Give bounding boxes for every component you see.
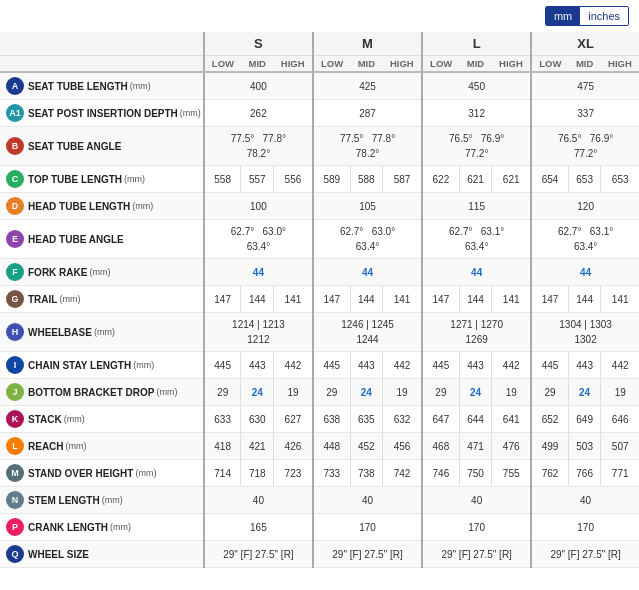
row-label-cell: HWHEELBASE(mm) (0, 313, 204, 352)
size-header-row: S M L XL (0, 32, 639, 56)
value-cell-high: 556 (273, 166, 313, 193)
value-cell-low: 445 (531, 352, 568, 379)
row-icon: L (6, 437, 24, 455)
row-unit: (mm) (133, 360, 154, 370)
value-cell-mid: 588 (350, 166, 382, 193)
row-label-text: WHEELBASE (28, 327, 92, 338)
row-icon: N (6, 491, 24, 509)
value-cell-multi: 1246 | 12451244 (313, 313, 422, 352)
value-cell-high: 19 (601, 379, 639, 406)
value-cell: 170 (531, 514, 639, 541)
value-cell-high: 627 (273, 406, 313, 433)
sub-header-row: LOW MID HIGH LOW MID HIGH LOW MID HIGH L… (0, 56, 639, 73)
value-cell-mid: 503 (568, 433, 600, 460)
value-cell-low: 589 (313, 166, 350, 193)
m-mid-header: MID (350, 56, 382, 73)
value-cell: 40 (313, 487, 422, 514)
value-cell-low: 468 (422, 433, 459, 460)
table-row: ICHAIN STAY LENGTH(mm)445443442445443442… (0, 352, 639, 379)
row-label-text: REACH (28, 441, 64, 452)
value-cell-mid: 24 (241, 379, 273, 406)
value-cell: 337 (531, 100, 639, 127)
value-cell-multi: 76.5° 76.9°77.2° (531, 127, 639, 166)
row-icon: M (6, 464, 24, 482)
value-cell-mid: 144 (350, 286, 382, 313)
row-label-text: SEAT TUBE LENGTH (28, 81, 128, 92)
size-xl-header: XL (531, 32, 639, 56)
inches-button[interactable]: inches (580, 7, 628, 25)
value-cell: 170 (313, 514, 422, 541)
row-icon: J (6, 383, 24, 401)
row-icon: D (6, 197, 24, 215)
value-cell-low: 762 (531, 460, 568, 487)
l-high-header: HIGH (492, 56, 532, 73)
value-cell: 29" [F] 27.5" [R] (531, 541, 639, 568)
value-cell-low: 652 (531, 406, 568, 433)
table-row: LREACH(mm)418421426448452456468471476499… (0, 433, 639, 460)
value-cell-high: 19 (492, 379, 532, 406)
row-label-text: TRAIL (28, 294, 57, 305)
empty-header (0, 32, 204, 56)
unit-toggle[interactable]: mm inches (545, 6, 629, 26)
table-row: CTOP TUBE LENGTH(mm)55855755658958858762… (0, 166, 639, 193)
value-cell-low: 29 (313, 379, 350, 406)
value-cell-high: 442 (383, 352, 423, 379)
value-cell-mid: 653 (568, 166, 600, 193)
row-unit: (mm) (59, 294, 80, 304)
value-cell-low: 445 (422, 352, 459, 379)
size-l-header: L (422, 32, 531, 56)
value-cell-high: 442 (273, 352, 313, 379)
value-cell-low: 445 (204, 352, 241, 379)
value-cell: 44 (204, 259, 313, 286)
value-cell-high: 646 (601, 406, 639, 433)
value-cell-mid: 421 (241, 433, 273, 460)
value-cell-high: 141 (601, 286, 639, 313)
value-cell-high: 19 (383, 379, 423, 406)
mm-button[interactable]: mm (546, 7, 580, 25)
row-label-cell: EHEAD TUBE ANGLE (0, 220, 204, 259)
row-label-cell: DHEAD TUBE LENGTH(mm) (0, 193, 204, 220)
value-cell-multi: 1304 | 13031302 (531, 313, 639, 352)
table-row: MSTAND OVER HEIGHT(mm)714718723733738742… (0, 460, 639, 487)
row-icon: A1 (6, 104, 24, 122)
value-cell-mid: 471 (459, 433, 491, 460)
value-cell-multi: 1271 | 12701269 (422, 313, 531, 352)
value-cell-low: 558 (204, 166, 241, 193)
value-cell-low: 633 (204, 406, 241, 433)
row-unit: (mm) (180, 108, 201, 118)
row-label-text: FORK RAKE (28, 267, 87, 278)
s-low-header: LOW (204, 56, 241, 73)
value-cell-mid: 750 (459, 460, 491, 487)
row-label-text: WHEEL SIZE (28, 549, 89, 560)
value-cell: 425 (313, 72, 422, 100)
table-row: HWHEELBASE(mm)1214 | 121312121246 | 1245… (0, 313, 639, 352)
value-cell-low: 29 (204, 379, 241, 406)
value-cell-low: 418 (204, 433, 241, 460)
value-cell-multi: 62.7° 63.0°63.4° (204, 220, 313, 259)
row-label-text: SEAT TUBE ANGLE (28, 141, 121, 152)
value-cell: 262 (204, 100, 313, 127)
row-label-text: SEAT POST INSERTION DEPTH (28, 108, 178, 119)
row-label-text: CHAIN STAY LENGTH (28, 360, 131, 371)
value-cell-mid: 649 (568, 406, 600, 433)
value-cell: 100 (204, 193, 313, 220)
value-cell-mid: 443 (350, 352, 382, 379)
value-cell-low: 714 (204, 460, 241, 487)
value-cell-high: 19 (273, 379, 313, 406)
row-unit: (mm) (110, 522, 131, 532)
row-unit: (mm) (130, 81, 151, 91)
row-label-cell: FFORK RAKE(mm) (0, 259, 204, 286)
value-cell-high: 771 (601, 460, 639, 487)
xl-mid-header: MID (568, 56, 600, 73)
value-cell-mid: 24 (568, 379, 600, 406)
row-label-text: STAND OVER HEIGHT (28, 468, 133, 479)
table-row: FFORK RAKE(mm)44444444 (0, 259, 639, 286)
value-cell-mid: 452 (350, 433, 382, 460)
value-cell-mid: 443 (241, 352, 273, 379)
table-row: DHEAD TUBE LENGTH(mm)100105115120 (0, 193, 639, 220)
row-icon: P (6, 518, 24, 536)
row-unit: (mm) (124, 174, 145, 184)
table-row: A1SEAT POST INSERTION DEPTH(mm)262287312… (0, 100, 639, 127)
row-label-text: HEAD TUBE ANGLE (28, 234, 124, 245)
s-high-header: HIGH (273, 56, 313, 73)
